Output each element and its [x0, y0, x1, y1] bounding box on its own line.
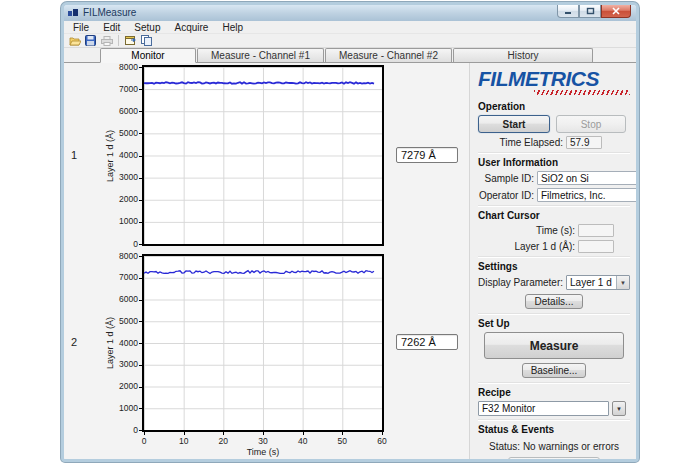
baseline-button[interactable]: Baseline...: [522, 363, 586, 378]
menubar: FileEditSetupAcquireHelp: [64, 21, 636, 34]
status-events-section: Status & Events Status: No warnings or e…: [478, 419, 630, 462]
minimize-button[interactable]: [557, 5, 579, 18]
time-elapsed-value: 57.9: [566, 136, 602, 149]
recipe-value: F32 Monitor: [479, 403, 608, 414]
settings-title: Settings: [478, 261, 630, 272]
window-title: FILMeasure: [83, 5, 136, 21]
maximize-button[interactable]: [579, 5, 601, 18]
close-icon: [612, 7, 620, 15]
status-text: Status: No warnings or errors: [478, 441, 630, 452]
menu-item-edit[interactable]: Edit: [96, 21, 127, 34]
chart-plot-channel-2[interactable]: [142, 254, 384, 432]
user-information-title: User Information: [478, 157, 630, 168]
chevron-down-icon: ▼: [616, 276, 629, 289]
recipe-section: Recipe F32 Monitor ▼: [478, 382, 630, 416]
tab-history[interactable]: History: [453, 48, 593, 62]
y-axis-label-channel-2: Layer 1 d (Å): [105, 317, 115, 369]
x-axis-label: Time (s): [247, 447, 280, 457]
maximize-icon: [586, 7, 595, 15]
set-up-section: Set Up Measure Baseline...: [478, 313, 630, 378]
chart-area: 010002000300040005000600070008000Layer 1…: [64, 63, 469, 459]
time-elapsed-label: Time Elapsed:: [499, 137, 563, 148]
monitor-tab-page: 010002000300040005000600070008000Layer 1…: [64, 63, 636, 459]
recipe-field[interactable]: F32 Monitor: [478, 401, 609, 416]
menu-item-setup[interactable]: Setup: [127, 21, 167, 34]
side-panel: FILMETRICS Operation Start Stop Time Ela…: [469, 63, 636, 459]
chevron-down-icon: ▼: [616, 406, 622, 412]
operator-id-label: Operator ID:: [478, 190, 534, 201]
display-parameter-value: Layer 1 d: [567, 277, 616, 288]
copy-icon[interactable]: [140, 35, 153, 47]
user-information-section: User Information Sample ID: Operator ID:: [478, 152, 630, 202]
operation-title: Operation: [478, 101, 630, 112]
data-line-channel-1: [144, 67, 382, 244]
recipe-dropdown-button[interactable]: ▼: [612, 401, 626, 416]
recipe-title: Recipe: [478, 387, 630, 398]
cursor-layer-label: Layer 1 d (Å):: [514, 241, 575, 252]
app-window: FILMeasure FileEditSetupAcquireHelp: [61, 2, 639, 462]
set-up-title: Set Up: [478, 318, 630, 329]
toolbar: [64, 34, 636, 48]
details-button[interactable]: Details...: [525, 294, 583, 309]
channel-1-label: 1: [71, 149, 77, 161]
save-icon[interactable]: [84, 35, 97, 47]
toolbar-separator: [118, 35, 119, 46]
chart-plot-channel-1[interactable]: [142, 65, 384, 246]
settings-section: Settings Display Parameter: Layer 1 d ▼ …: [478, 256, 630, 309]
tab-measure-channel-2[interactable]: Measure - Channel #2: [325, 48, 452, 62]
view-event-log-button[interactable]: View Event Log...: [508, 457, 600, 462]
tab-monitor[interactable]: Monitor: [100, 48, 196, 63]
tab-measure-channel-1[interactable]: Measure - Channel #1: [197, 48, 324, 62]
cursor-layer-value: [578, 240, 614, 253]
channel-1-reading: 7279 Å: [396, 147, 458, 163]
stop-button[interactable]: Stop: [556, 115, 626, 133]
filmetrics-logo-text: FILMETRICS: [478, 68, 630, 90]
display-parameter-select[interactable]: Layer 1 d ▼: [566, 275, 630, 290]
titlebar[interactable]: FILMeasure: [64, 5, 636, 21]
channel-2-reading: 7262 Å: [396, 334, 458, 350]
minimize-icon: [564, 8, 572, 15]
app-icon: [68, 8, 79, 18]
measure-button[interactable]: Measure: [484, 332, 624, 359]
sample-id-input[interactable]: [537, 171, 639, 185]
status-events-title: Status & Events: [478, 424, 630, 435]
export-icon[interactable]: [124, 35, 137, 47]
cursor-time-value: [578, 224, 614, 237]
menu-item-acquire[interactable]: Acquire: [168, 21, 216, 34]
open-icon[interactable]: [68, 35, 81, 47]
menu-item-help[interactable]: Help: [215, 21, 250, 34]
close-button[interactable]: [601, 5, 631, 18]
display-parameter-label: Display Parameter:: [478, 277, 563, 288]
operator-id-input[interactable]: [537, 188, 639, 202]
print-icon[interactable]: [100, 35, 113, 47]
menu-item-file[interactable]: File: [66, 21, 96, 34]
y-axis-label-channel-1: Layer 1 d (Å): [105, 129, 115, 181]
operation-section: Operation Start Stop Time Elapsed: 57.9: [478, 97, 630, 149]
cursor-time-label: Time (s):: [536, 225, 575, 236]
chart-cursor-section: Chart Cursor Time (s): Layer 1 d (Å):: [478, 205, 630, 253]
sample-id-label: Sample ID:: [478, 173, 534, 184]
tab-strip: MonitorMeasure - Channel #1Measure - Cha…: [64, 48, 636, 63]
filmetrics-logo: FILMETRICS: [478, 65, 630, 97]
filmetrics-logo-hatch: [534, 90, 630, 95]
chart-cursor-title: Chart Cursor: [478, 210, 630, 221]
channel-2-label: 2: [71, 336, 77, 348]
data-line-channel-2: [144, 256, 382, 430]
start-button[interactable]: Start: [478, 115, 550, 133]
